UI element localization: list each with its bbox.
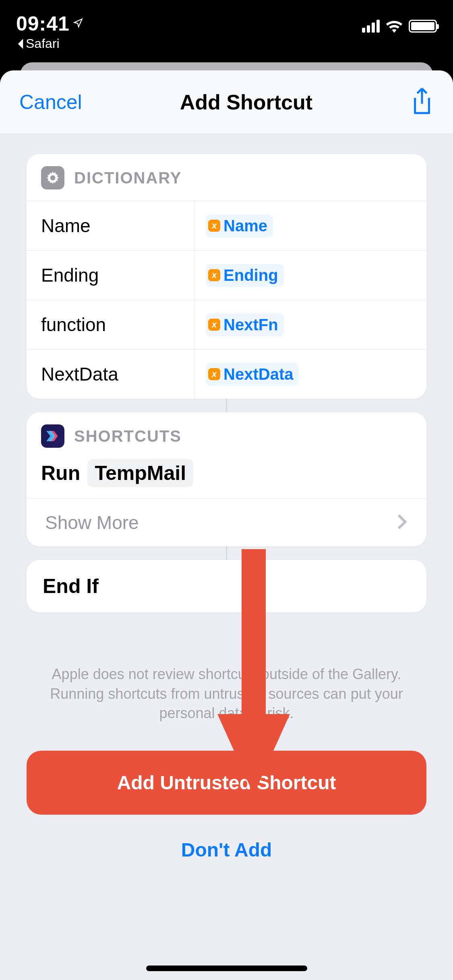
dictionary-row[interactable]: function xNextFn (27, 300, 426, 349)
wifi-icon (385, 19, 403, 33)
status-bar: 09:41 Safari (0, 0, 453, 56)
run-target-chip[interactable]: TempMail (87, 459, 193, 487)
dictionary-key: Name (27, 201, 194, 250)
add-untrusted-shortcut-button[interactable]: Add Untrusted Shortcut (27, 751, 426, 815)
chevron-right-icon (397, 514, 408, 531)
dictionary-key: Ending (27, 251, 194, 300)
action-connector (226, 399, 227, 412)
variable-chip[interactable]: xNextData (206, 363, 299, 386)
add-shortcut-sheet: Cancel Add Shortcut DICTIONARY Name xNam… (0, 70, 453, 980)
status-icons (362, 12, 437, 33)
dont-add-button[interactable]: Don't Add (27, 839, 426, 861)
sheet-title: Add Shortcut (180, 90, 312, 114)
cellular-signal-icon (362, 20, 380, 33)
cancel-button[interactable]: Cancel (19, 91, 82, 114)
share-icon (410, 87, 434, 115)
share-button[interactable] (410, 87, 434, 117)
dictionary-key: function (27, 300, 194, 349)
home-indicator[interactable] (146, 966, 307, 971)
back-to-app[interactable]: Safari (16, 36, 83, 51)
dictionary-label: DICTIONARY (74, 169, 182, 187)
run-shortcut-row[interactable]: Run TempMail (27, 452, 426, 498)
action-connector (226, 546, 227, 560)
sheet-header: Cancel Add Shortcut (0, 70, 453, 134)
dictionary-row[interactable]: NextData xNextData (27, 349, 426, 399)
shortcuts-label: SHORTCUTS (74, 427, 182, 445)
status-time: 09:41 (16, 12, 70, 35)
dictionary-row[interactable]: Name xName (27, 201, 426, 250)
dictionary-action-card: DICTIONARY Name xName Ending xEnding fun… (27, 154, 426, 399)
end-if-action-card: End If (27, 560, 426, 612)
variable-chip[interactable]: xEnding (206, 264, 284, 287)
show-more-button[interactable]: Show More (27, 498, 426, 546)
run-shortcut-action-card: SHORTCUTS Run TempMail Show More (27, 412, 426, 546)
dictionary-key: NextData (27, 350, 194, 399)
dictionary-row[interactable]: Ending xEnding (27, 250, 426, 300)
untrusted-warning-text: Apple does not review shortcuts outside … (27, 665, 426, 723)
shortcuts-app-icon (41, 424, 64, 448)
run-word: Run (41, 461, 80, 485)
variable-chip[interactable]: xNextFn (206, 313, 284, 336)
gear-icon (41, 166, 64, 189)
battery-icon (409, 20, 437, 33)
location-icon (73, 18, 83, 30)
variable-chip[interactable]: xName (206, 214, 273, 237)
